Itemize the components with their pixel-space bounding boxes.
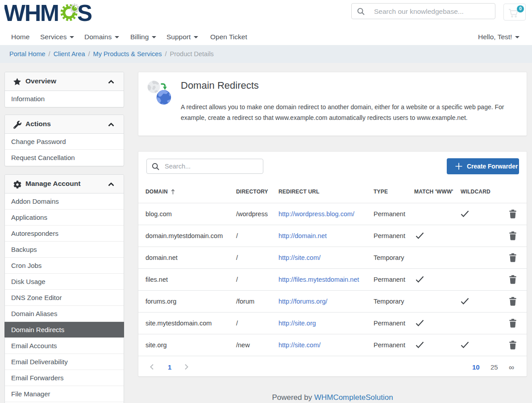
svg-text:S: S	[77, 3, 92, 26]
svg-text:WHM: WHM	[4, 3, 58, 26]
